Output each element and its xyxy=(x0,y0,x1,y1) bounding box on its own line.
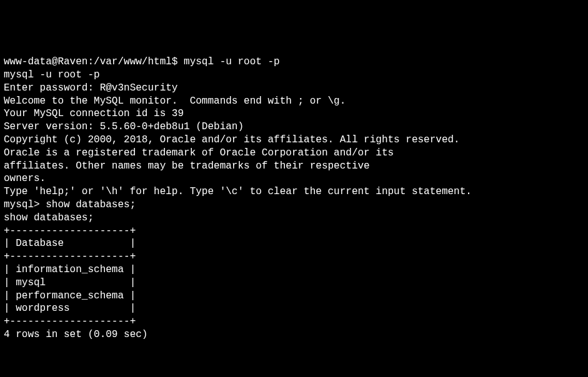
mysql-trademark-line: affiliates. Other names may be trademark… xyxy=(4,160,584,173)
table-row: | mysql | xyxy=(4,277,584,290)
mysql-connection-id-line: Your MySQL connection id is 39 xyxy=(4,107,584,120)
password-prompt-line: Enter password: R@v3nSecurity xyxy=(4,82,584,95)
mysql-server-version-line: Server version: 5.5.60-0+deb8u1 (Debian) xyxy=(4,120,584,134)
terminal-output[interactable]: www-data@Raven:/var/www/html$ mysql -u r… xyxy=(4,56,584,341)
mysql-prompt-line: mysql> show databases; xyxy=(4,198,584,212)
table-border: +--------------------+ xyxy=(4,250,584,263)
mysql-copyright-line: Copyright (c) 2000, 2018, Oracle and/or … xyxy=(4,134,584,147)
shell-prompt-line: www-data@Raven:/var/www/html$ mysql -u r… xyxy=(4,56,584,69)
command-echo: mysql -u root -p xyxy=(4,69,584,82)
result-summary-line: 4 rows in set (0.09 sec) xyxy=(4,328,584,341)
mysql-command-echo: show databases; xyxy=(4,212,584,225)
table-row: | performance_schema | xyxy=(4,290,584,303)
mysql-help-hint-line: Type 'help;' or '\h' for help. Type '\c'… xyxy=(4,185,584,198)
mysql-trademark-line: owners. xyxy=(4,172,584,185)
table-header: | Database | xyxy=(4,237,584,250)
table-border: +--------------------+ xyxy=(4,315,584,328)
table-border: +--------------------+ xyxy=(4,225,584,238)
table-row: | wordpress | xyxy=(4,302,584,315)
mysql-trademark-line: Oracle is a registered trademark of Orac… xyxy=(4,147,584,160)
table-row: | information_schema | xyxy=(4,263,584,277)
mysql-welcome-line: Welcome to the MySQL monitor. Commands e… xyxy=(4,95,584,108)
